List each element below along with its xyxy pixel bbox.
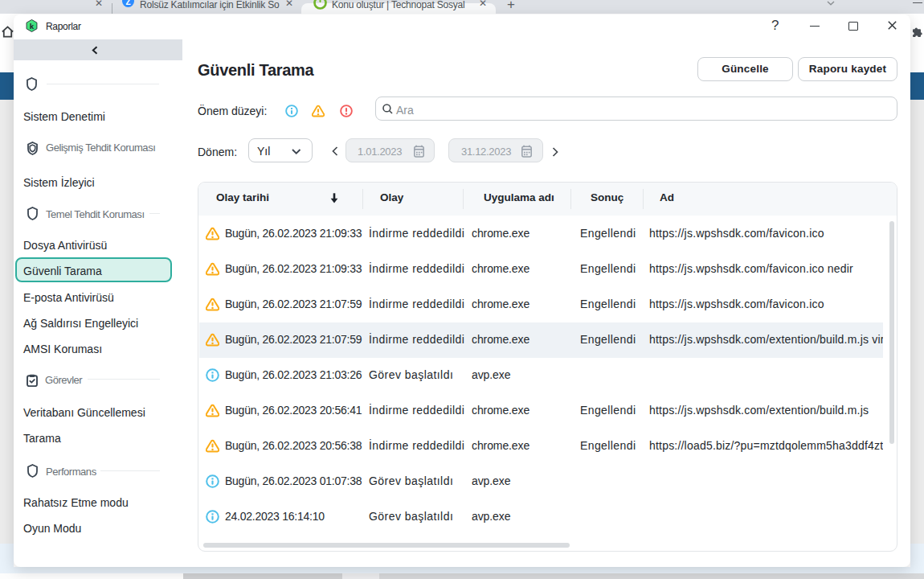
svg-text:k: k xyxy=(30,22,35,31)
svg-text:Z: Z xyxy=(125,0,130,6)
